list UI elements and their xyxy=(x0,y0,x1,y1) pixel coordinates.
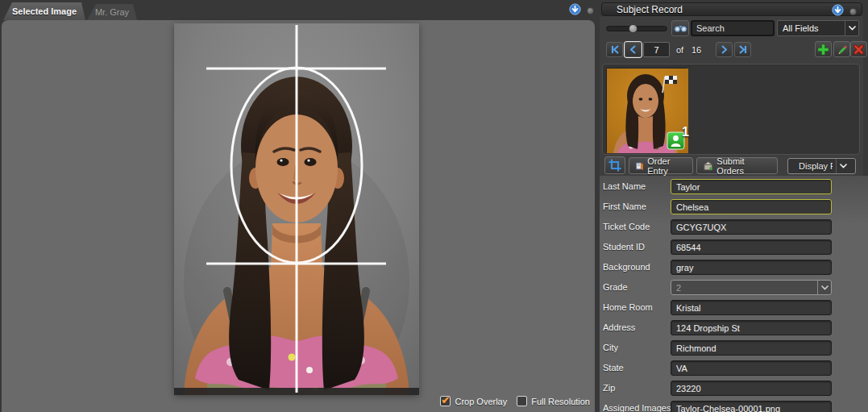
crop-overlay-option[interactable]: ✔ Crop Overlay xyxy=(440,396,507,406)
thumbnail-size-slider[interactable] xyxy=(606,26,667,31)
last-name-input[interactable] xyxy=(671,179,832,194)
tab-mr-gray[interactable]: Mr. Gray xyxy=(87,4,137,20)
form-row-ticket-code: Ticket Code xyxy=(600,219,868,235)
student-id-label: Student ID xyxy=(603,242,645,252)
of-label: of xyxy=(676,45,683,55)
first-record-button[interactable] xyxy=(606,42,623,57)
panel-collapse-icon[interactable] xyxy=(569,3,581,19)
city-input[interactable] xyxy=(671,340,832,356)
previous-icon xyxy=(629,45,637,54)
chevron-down-icon xyxy=(845,21,858,35)
form-row-address: Address xyxy=(600,320,868,336)
panel-pin-icon[interactable] xyxy=(587,7,594,15)
form-row-grade: Grade 2 xyxy=(600,280,868,296)
subject-photo[interactable] xyxy=(174,23,419,395)
check-icon: ✔ xyxy=(441,394,450,406)
assigned-images-label: Assigned Images xyxy=(603,403,671,412)
delete-record-button[interactable] xyxy=(850,41,867,57)
student-id-input[interactable] xyxy=(671,239,832,255)
first-icon xyxy=(610,45,620,54)
crop-overlay-guides[interactable] xyxy=(174,23,419,395)
application-window: Selected Image Mr. Gray xyxy=(0,0,868,412)
x-icon xyxy=(853,44,864,55)
grade-value: 2 xyxy=(671,283,817,293)
last-icon xyxy=(738,45,748,54)
last-record-button[interactable] xyxy=(734,42,751,57)
package-icon xyxy=(703,160,713,171)
add-record-button[interactable] xyxy=(815,41,832,57)
chevron-down-icon xyxy=(836,159,849,173)
find-button[interactable] xyxy=(671,20,689,36)
chevron-down-icon xyxy=(817,281,831,294)
edit-record-button[interactable] xyxy=(833,41,850,57)
full-resolution-option[interactable]: ✔ Full Resolution xyxy=(517,396,590,406)
form-row-last-name: Last Name xyxy=(600,179,868,195)
city-label: City xyxy=(603,343,618,352)
ticket-code-label: Ticket Code xyxy=(603,222,650,231)
previous-record-button[interactable] xyxy=(625,42,642,57)
crop-overlay-label: Crop Overlay xyxy=(455,397,507,406)
panel-title: Subject Record xyxy=(617,4,683,15)
image-viewer-area: ✔ Crop Overlay ✔ Full Resolution xyxy=(2,20,595,412)
grade-dropdown[interactable]: 2 xyxy=(671,280,832,295)
image-panel: Selected Image Mr. Gray xyxy=(0,0,596,412)
current-record-input[interactable] xyxy=(643,42,670,57)
ticket-code-input[interactable] xyxy=(671,219,832,235)
binoculars-icon xyxy=(674,23,687,33)
total-records: 16 xyxy=(691,45,701,55)
search-scope-dropdown[interactable]: All Fields xyxy=(777,20,859,36)
display-fields-label: Display Fields: xyxy=(794,161,833,171)
background-input[interactable] xyxy=(671,260,832,275)
state-input[interactable] xyxy=(671,360,832,376)
search-input[interactable] xyxy=(691,20,775,36)
slider-thumb[interactable] xyxy=(629,24,638,33)
home-room-input[interactable] xyxy=(671,300,832,315)
image-count: 1 xyxy=(682,125,689,139)
form-row-city: City xyxy=(600,340,868,356)
subject-thumbnail[interactable]: 1 xyxy=(606,68,687,152)
form-row-zip: Zip xyxy=(600,381,868,397)
image-thumbnail-strip: 1 xyxy=(602,64,860,155)
first-name-label: First Name xyxy=(603,202,646,211)
subject-record-titlebar: Subject Record xyxy=(601,2,862,16)
pencil-icon xyxy=(837,44,848,55)
submit-orders-label: Submit Orders xyxy=(716,156,771,176)
tab-selected-image[interactable]: Selected Image xyxy=(3,2,85,20)
image-panel-tabbar: Selected Image Mr. Gray xyxy=(0,0,596,20)
form-row-background: Background xyxy=(600,260,868,276)
record-controls-section: All Fields of 16 xyxy=(600,16,863,176)
state-label: State xyxy=(603,363,624,372)
zip-label: Zip xyxy=(603,383,615,393)
order-box-icon xyxy=(635,160,644,171)
address-input[interactable] xyxy=(671,320,832,335)
search-scope-value: All Fields xyxy=(778,23,845,33)
display-fields-dropdown[interactable]: Display Fields: xyxy=(787,158,856,174)
home-room-label: Home Room xyxy=(603,302,653,312)
form-row-state: State xyxy=(600,360,868,377)
crop-icon xyxy=(608,159,621,172)
full-resolution-label: Full Resolution xyxy=(531,397,590,406)
subject-fields-form: Last Name First Name Ticket Code Student… xyxy=(600,176,868,412)
order-entry-button[interactable]: Order Entry xyxy=(629,157,693,174)
next-icon xyxy=(721,45,728,54)
next-record-button[interactable] xyxy=(716,42,733,57)
panel-pin-icon[interactable] xyxy=(849,8,857,15)
background-label: Background xyxy=(603,262,650,272)
order-entry-label: Order Entry xyxy=(647,156,687,176)
address-label: Address xyxy=(603,323,635,332)
crop-overlay-checkbox[interactable]: ✔ xyxy=(440,396,451,406)
crop-tool-button[interactable] xyxy=(604,156,625,174)
subject-record-panel: Subject Record xyxy=(600,0,868,412)
grade-label: Grade xyxy=(603,282,628,292)
last-name-label: Last Name xyxy=(603,181,646,191)
assigned-images-input[interactable] xyxy=(671,401,832,412)
plus-icon xyxy=(818,44,829,55)
form-row-home-room: Home Room xyxy=(600,300,868,316)
form-row-assigned-images: Assigned Images xyxy=(600,401,868,412)
zip-input[interactable] xyxy=(671,381,832,396)
full-resolution-checkbox[interactable]: ✔ xyxy=(517,396,527,406)
first-name-input[interactable] xyxy=(671,199,832,214)
viewer-options: ✔ Crop Overlay ✔ Full Resolution xyxy=(440,396,590,406)
submit-orders-button[interactable]: Submit Orders xyxy=(696,157,778,174)
form-row-first-name: First Name xyxy=(600,199,868,215)
